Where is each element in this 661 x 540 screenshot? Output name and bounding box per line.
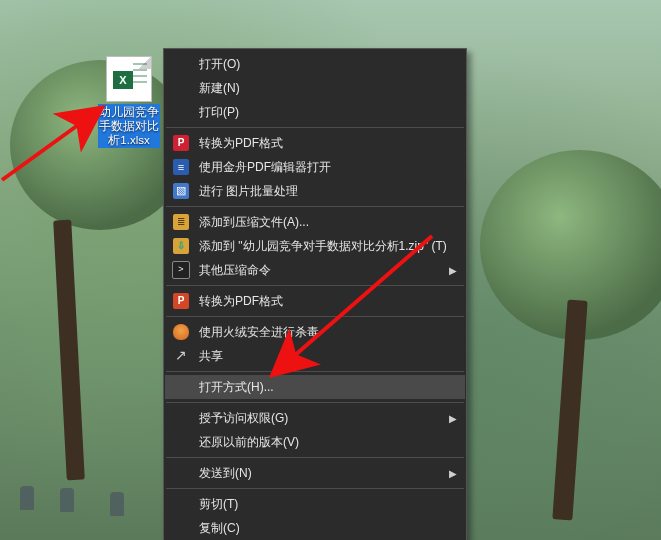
submenu-arrow-icon: ▶ [449, 265, 457, 276]
menu-convert-pdf[interactable]: 转换为PDF格式 [165, 131, 465, 155]
menu-label: 打开方式(H)... [199, 379, 457, 396]
menu-label: 打开(O) [199, 56, 457, 73]
menu-huorong-scan[interactable]: 使用火绒安全进行杀毒 [165, 320, 465, 344]
menu-separator [166, 457, 464, 458]
menu-label: 添加到压缩文件(A)... [199, 214, 457, 231]
menu-add-to-named-zip[interactable]: 添加到 "幼儿园竞争对手数据对比分析1.zip" (T) [165, 234, 465, 258]
menu-label: 授予访问权限(G) [199, 410, 443, 427]
terminal-icon [171, 261, 191, 279]
archive-icon [171, 213, 191, 231]
archive-add-icon [171, 237, 191, 255]
menu-label: 剪切(T) [199, 496, 457, 513]
menu-cut[interactable]: 剪切(T) [165, 492, 465, 516]
excel-file-icon: X [106, 56, 152, 102]
menu-jinzhou-pdf-open[interactable]: 使用金舟PDF编辑器打开 [165, 155, 465, 179]
doc-icon [171, 158, 191, 176]
menu-label: 共享 [199, 348, 457, 365]
excel-badge: X [113, 71, 133, 89]
submenu-arrow-icon: ▶ [449, 413, 457, 424]
menu-label: 打印(P) [199, 104, 457, 121]
menu-separator [166, 371, 464, 372]
image-icon [171, 182, 191, 200]
menu-send-to[interactable]: 发送到(N) ▶ [165, 461, 465, 485]
menu-separator [166, 285, 464, 286]
menu-separator [166, 402, 464, 403]
shield-icon [171, 323, 191, 341]
desktop-file-xlsx[interactable]: X 幼儿园竞争手数据对比析1.xlsx [98, 56, 160, 148]
menu-print[interactable]: 打印(P) [165, 100, 465, 124]
share-icon: ↗ [171, 347, 191, 365]
menu-label: 使用金舟PDF编辑器打开 [199, 159, 457, 176]
menu-add-to-archive[interactable]: 添加到压缩文件(A)... [165, 210, 465, 234]
menu-label: 其他压缩命令 [199, 262, 443, 279]
menu-convert-pdf-2[interactable]: 转换为PDF格式 [165, 289, 465, 313]
context-menu: 打开(O) 新建(N) 打印(P) 转换为PDF格式 使用金舟PDF编辑器打开 … [163, 48, 467, 540]
menu-open[interactable]: 打开(O) [165, 52, 465, 76]
menu-separator [166, 316, 464, 317]
menu-label: 使用火绒安全进行杀毒 [199, 324, 457, 341]
menu-label: 进行 图片批量处理 [199, 183, 457, 200]
menu-open-with[interactable]: 打开方式(H)... [165, 375, 465, 399]
menu-label: 新建(N) [199, 80, 457, 97]
file-label: 幼儿园竞争手数据对比析1.xlsx [98, 104, 160, 148]
menu-label: 转换为PDF格式 [199, 135, 457, 152]
menu-share[interactable]: ↗ 共享 [165, 344, 465, 368]
menu-other-zip[interactable]: 其他压缩命令 ▶ [165, 258, 465, 282]
menu-separator [166, 206, 464, 207]
menu-separator [166, 127, 464, 128]
pdf-icon [171, 134, 191, 152]
menu-separator [166, 488, 464, 489]
menu-label: 添加到 "幼儿园竞争对手数据对比分析1.zip" (T) [199, 238, 457, 255]
ppt-icon [171, 292, 191, 310]
menu-label: 复制(C) [199, 520, 457, 537]
menu-new[interactable]: 新建(N) [165, 76, 465, 100]
submenu-arrow-icon: ▶ [449, 468, 457, 479]
menu-grant-access[interactable]: 授予访问权限(G) ▶ [165, 406, 465, 430]
menu-label: 发送到(N) [199, 465, 443, 482]
desktop-wallpaper: X 幼儿园竞争手数据对比析1.xlsx 打开(O) 新建(N) 打印(P) 转换… [0, 0, 661, 540]
menu-label: 还原以前的版本(V) [199, 434, 457, 451]
menu-label: 转换为PDF格式 [199, 293, 457, 310]
menu-batch-image[interactable]: 进行 图片批量处理 [165, 179, 465, 203]
menu-copy[interactable]: 复制(C) [165, 516, 465, 540]
menu-restore-previous[interactable]: 还原以前的版本(V) [165, 430, 465, 454]
